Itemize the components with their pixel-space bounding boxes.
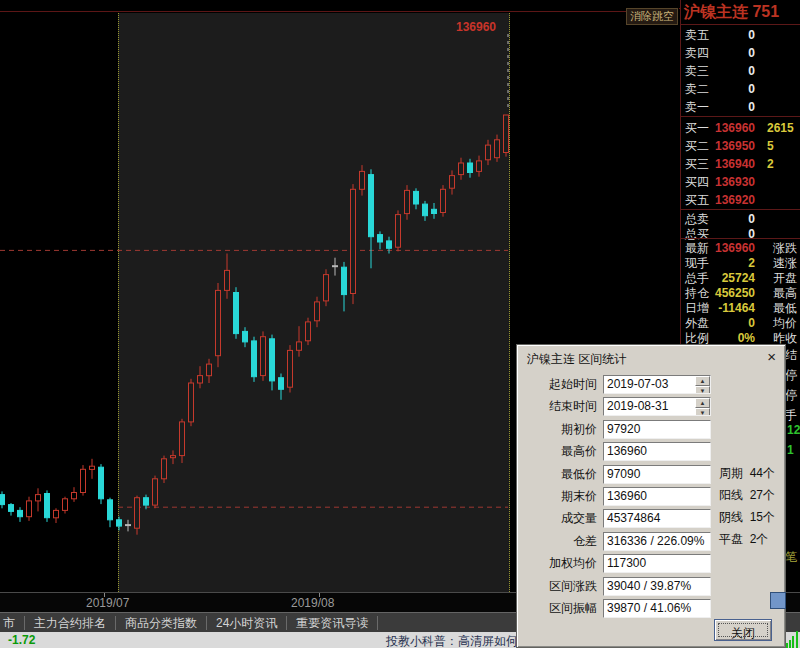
buy-row[interactable]: 买一1369602615	[681, 121, 800, 137]
spinner-control[interactable]: ▲▼	[695, 398, 710, 415]
sell-row[interactable]: 卖四0	[681, 46, 800, 62]
remove-gap-button[interactable]: 消除跳空	[626, 8, 678, 25]
field-label: 起始时间	[521, 375, 597, 394]
buy-row[interactable]: 买五136920	[681, 193, 800, 209]
field-label: 仓差	[521, 532, 597, 551]
change-value: -1.72	[8, 633, 35, 647]
field-label: 期初价	[521, 420, 597, 439]
field-input[interactable]: 136960	[603, 487, 711, 506]
tab-2[interactable]: 商品分类指数	[116, 616, 207, 630]
sell-row[interactable]: 卖三0	[681, 64, 800, 80]
interval-statistics-dialog: 沪镍主连 区间统计 × 起始时间 2019-07-03▲▼结束时间 2019-0…	[516, 344, 786, 648]
field-input[interactable]: 316336 / 226.09%	[603, 532, 711, 551]
info-row[interactable]: 外盘0均价	[681, 316, 800, 332]
field-label: 结束时间	[521, 397, 597, 416]
field-label: 加权均价	[521, 554, 597, 573]
dialog-title: 沪镍主连 区间统计	[527, 351, 626, 368]
close-icon[interactable]: ×	[767, 348, 776, 365]
field-input[interactable]: 45374864	[603, 509, 711, 528]
field-input[interactable]: 97920	[603, 420, 711, 439]
field-label: 最低价	[521, 465, 597, 484]
candlestick-chart[interactable]	[0, 0, 520, 592]
field-input[interactable]: 97090	[603, 465, 711, 484]
info-row[interactable]: 最新136960涨跌	[681, 241, 800, 257]
tab-0[interactable]: 市	[0, 616, 25, 630]
info-row[interactable]: 持仓456250最高	[681, 286, 800, 302]
sell-row[interactable]: 卖二0	[681, 82, 800, 98]
app-window: 136960 消除跳空 沪镍主连 751 卖五0卖四0卖三0卖二0卖一0买一13…	[0, 0, 800, 648]
stat-row: 阳线 27个	[719, 487, 775, 503]
volume-mini-bars	[786, 626, 800, 648]
blue-grip[interactable]	[770, 592, 786, 609]
tab-1[interactable]: 主力合约排名	[25, 616, 116, 630]
field-input[interactable]: 2019-08-31▲▼	[603, 397, 711, 416]
field-input[interactable]: 136960	[603, 442, 711, 461]
status-notice: 投教小科普：高清屏如何	[386, 633, 518, 648]
info-row[interactable]: 日增-11464最低	[681, 301, 800, 317]
axis-label-august: 2019/08	[291, 596, 334, 610]
close-button[interactable]: 关闭	[714, 619, 772, 641]
info-row[interactable]: 总手25724开盘	[681, 271, 800, 287]
field-input[interactable]: 39870 / 41.06%	[603, 599, 711, 618]
buy-row[interactable]: 买四136930	[681, 175, 800, 191]
tab-3[interactable]: 24小时资讯	[207, 616, 287, 630]
tab-4[interactable]: 重要资讯导读	[287, 616, 378, 630]
sell-row[interactable]: 卖一0	[681, 100, 800, 116]
axis-label-july: 2019/07	[86, 596, 129, 610]
stat-row: 阴线 15个	[719, 509, 775, 525]
field-input[interactable]: 117300	[603, 554, 711, 573]
field-label: 最高价	[521, 442, 597, 461]
buy-row[interactable]: 买二1369505	[681, 139, 800, 155]
high-price-label: 136960	[456, 20, 496, 34]
sell-row[interactable]: 卖五0	[681, 28, 800, 44]
total-row[interactable]: 总卖0	[681, 212, 800, 228]
buy-row[interactable]: 买三1369402	[681, 157, 800, 173]
field-label: 期末价	[521, 487, 597, 506]
spinner-control[interactable]: ▲▼	[695, 376, 710, 393]
field-label: 区间涨跌	[521, 577, 597, 596]
field-label: 成交量	[521, 509, 597, 528]
field-input[interactable]: 2019-07-03▲▼	[603, 375, 711, 394]
info-row[interactable]: 现手2速涨	[681, 256, 800, 272]
field-label: 区间振幅	[521, 599, 597, 618]
contract-title: 沪镍主连 751	[684, 2, 779, 23]
close-button-label: 关闭	[718, 623, 768, 637]
stat-row: 周期 44个	[719, 465, 775, 481]
field-input[interactable]: 39040 / 39.87%	[603, 577, 711, 596]
stat-row: 平盘 2个	[719, 531, 768, 547]
